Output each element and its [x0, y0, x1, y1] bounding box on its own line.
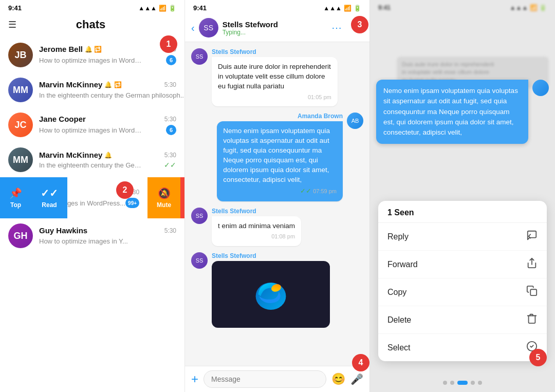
panel-context: 9:41 ▲▲▲ 📶 🔋 Duis aute irure dolor in re…: [370, 0, 555, 392]
msg-sender-stells-3: Stells Stefword: [212, 252, 330, 259]
focused-msg-bubble[interactable]: Nemo enim ipsam voluptatem quia voluptas…: [376, 80, 528, 144]
back-button[interactable]: ‹: [191, 22, 195, 34]
read-action[interactable]: ✓✓ Read: [31, 177, 67, 218]
chat-name-jane: Jane Cooper: [39, 115, 86, 123]
chat-item-jerome[interactable]: JB Jerome Bell 🔔 🔁 5:30 How to optimize …: [0, 38, 184, 72]
msg-content-sent-1: Amanda Brown Nemo enim ipsam voluptatem …: [217, 113, 343, 201]
chat-info-marvin2: Marvin McKinney 🔔 5:30 In the eighteenth…: [39, 151, 176, 169]
avatar-jerome: JB: [8, 43, 33, 67]
blur-time: 9:41: [378, 4, 391, 11]
panel-chatlist: 9:41 ▲▲▲ 📶 🔋 ☰ chats 1 JB Jerome Bell 🔔 …: [0, 0, 185, 392]
swipe-actions-container: 🔕 Mute 🗑️ 删除: [147, 177, 185, 218]
status-bar-chatlist: 9:41 ▲▲▲ 📶 🔋: [0, 0, 184, 14]
chat-item-marvin2[interactable]: MM Marvin McKinney 🔔 5:30 In the eightee…: [0, 142, 184, 177]
focused-message-container: Nemo enim ipsam voluptatem quia voluptas…: [376, 80, 549, 144]
chat-name-row-marvin1: Marvin McKinney 🔔 🔁 5:30: [39, 80, 176, 89]
add-button[interactable]: +: [191, 372, 198, 386]
delete-action[interactable]: 🗑️ 删除: [180, 177, 185, 218]
chat-time-guy: 5:30: [164, 227, 176, 234]
wifi-icon-2: 📶: [344, 5, 351, 12]
wifi-icon: 📶: [159, 5, 166, 12]
chat-preview-marvin1: In the eighteenth century the German phi…: [39, 91, 185, 99]
chat-time-jane: 5:30: [164, 116, 176, 123]
msg-avatar-amanda: AB: [347, 113, 363, 129]
panel-context-inner: 9:41 ▲▲▲ 📶 🔋 Duis aute irure dolor in re…: [370, 0, 555, 392]
chat-input-bar: + 😊 🎤 4: [185, 366, 369, 392]
chat-messages: SS Stells Stefword Duis aute irure dolor…: [185, 42, 369, 366]
context-menu-item-copy[interactable]: Copy: [378, 278, 547, 306]
badge-jane: 6: [166, 125, 176, 135]
reply-icon: [526, 230, 538, 244]
context-menu-item-reply[interactable]: Reply: [378, 223, 547, 251]
focused-msg-avatar: [532, 80, 549, 96]
more-options-button[interactable]: ⋯: [331, 22, 342, 34]
context-menu-item-select[interactable]: Select: [378, 334, 547, 361]
chat-name-row-marvin2: Marvin McKinney 🔔 5:30: [39, 151, 176, 159]
chat-header: ‹ SS Stells Stefword Typing... ⋯ 3: [185, 14, 369, 42]
menu-icon[interactable]: ☰: [8, 19, 16, 30]
chat-item-guy[interactable]: GH Guy Hawkins 5:30 How to optimize imag…: [0, 218, 184, 253]
context-menu-item-delete[interactable]: Delete: [378, 306, 547, 334]
chat-icons-marvin1: 🔔 🔁: [104, 81, 121, 88]
chat-preview-jerome: How to optimize images in WordPress for.…: [39, 57, 142, 64]
context-menu-label-forward: Forward: [387, 260, 418, 269]
top-action[interactable]: 📌 Top: [0, 177, 31, 218]
mute-icon: 🔕: [158, 187, 171, 199]
emoji-button[interactable]: 😊: [331, 372, 345, 386]
chatlist-title: chats: [21, 18, 161, 31]
delete-menu-icon: [526, 313, 538, 327]
chat-preview-jane: How to optimize images in WordPress for.…: [39, 126, 142, 134]
msg-content-2: Stells Stefword t enim ad minima veniam …: [212, 208, 301, 246]
forward-icon: [526, 257, 538, 271]
badge-circle-5: 5: [529, 349, 547, 366]
chat-item-jane[interactable]: JC Jane Cooper 5:30 How to optimize imag…: [0, 107, 184, 142]
signal-icon: ▲▲▲: [138, 5, 157, 12]
status-bar-chat: 9:41 ▲▲▲ 📶 🔋: [185, 0, 369, 14]
badge-circle-1: 1: [160, 35, 177, 53]
message-input[interactable]: [203, 370, 326, 388]
status-icons-2: ▲▲▲ 📶 🔋: [323, 5, 361, 12]
chat-item-marvin1[interactable]: MM Marvin McKinney 🔔 🔁 5:30 In the eight…: [0, 72, 184, 107]
msg-bubble-received-1[interactable]: Duis aute irure dolor in reprehenderit i…: [212, 57, 338, 106]
swipe-area: PP pper 5:30 imize images in WordPress..…: [0, 177, 184, 218]
blur-spacer: [376, 26, 549, 51]
chat-name-jerome: Jerome Bell 🔔 🔁: [39, 45, 102, 53]
context-menu-item-forward[interactable]: Forward: [378, 251, 547, 278]
context-menu-label-delete: Delete: [387, 315, 411, 325]
msg-received-2: SS Stells Stefword t enim ad minima veni…: [191, 208, 301, 246]
read-icon: ✓✓: [41, 187, 58, 199]
msg-sent-1: AB Amanda Brown Nemo enim ipsam voluptat…: [217, 113, 363, 201]
status-time-2: 9:41: [193, 4, 207, 12]
voice-button[interactable]: 🎤: [350, 373, 363, 385]
read-label: Read: [42, 201, 57, 209]
chat-time-marvin2: 5:30: [164, 152, 176, 159]
pin-icon: 📌: [9, 187, 22, 199]
header-avatar: SS: [199, 18, 218, 38]
msg-time-1: 01:05 pm: [218, 94, 331, 101]
context-menu-label-select: Select: [387, 343, 410, 352]
chat-name-marvin1: Marvin McKinney 🔔 🔁: [39, 80, 122, 89]
avatar-marvin1: MM: [8, 78, 33, 102]
chat-icons-jerome: 🔔 🔁: [85, 46, 102, 53]
chat-name-guy: Guy Hawkins: [39, 226, 87, 235]
badge-circle-2: 2: [116, 181, 134, 199]
bottom-dots: [370, 381, 555, 385]
chat-icons-marvin2: 🔔: [104, 152, 112, 159]
msg-received-image: SS Stells Stefword: [191, 252, 330, 328]
header-status: Typing...: [223, 29, 327, 36]
badge-partial: 99+: [125, 198, 139, 208]
msg-time-sent-1: ✓✓ 07:59 pm: [223, 186, 337, 196]
blur-icons: ▲▲▲ 📶 🔋: [510, 4, 547, 11]
msg-bubble-sent-1[interactable]: Nemo enim ipsam voluptatem quia voluptas…: [217, 121, 343, 201]
dot-3-active: [457, 381, 468, 385]
msg-image[interactable]: [212, 261, 330, 328]
context-menu-label-reply: Reply: [387, 232, 409, 241]
msg-bubble-received-2[interactable]: t enim ad minima veniam 01:08 pm: [212, 216, 301, 246]
mute-action[interactable]: 🔕 Mute: [147, 177, 180, 218]
battery-icon-2: 🔋: [354, 5, 361, 12]
copy-icon: [526, 285, 538, 299]
msg-sender-stells-2: Stells Stefword: [212, 208, 301, 215]
svg-rect-3: [530, 289, 536, 295]
chat-name-row-guy: Guy Hawkins 5:30: [39, 226, 176, 235]
double-check-icon: ✓✓: [300, 186, 311, 196]
